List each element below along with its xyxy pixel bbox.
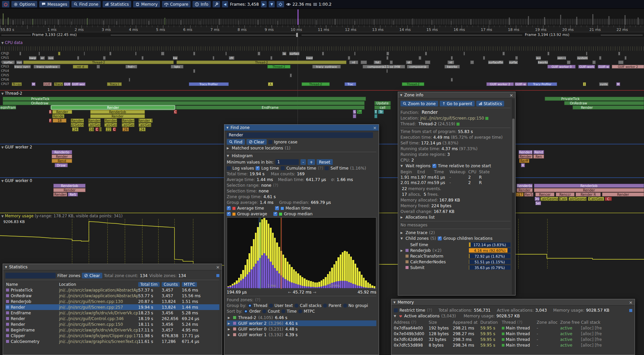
- timeline-zone[interactable]: C: [113, 127, 116, 131]
- cpu-segment[interactable]: [451, 56, 453, 60]
- scrollbar-thumb[interactable]: [629, 309, 632, 312]
- cpu-segment[interactable]: Trac: [344, 82, 356, 86]
- thread-color-swatch[interactable]: [457, 123, 460, 126]
- sort-by-option[interactable]: Count: [262, 309, 280, 314]
- cpu-segment[interactable]: rd: [349, 60, 358, 64]
- zone-info-titlebar[interactable]: ▼ Zone info ×: [398, 92, 515, 98]
- cpu-segment[interactable]: ia: [282, 52, 286, 55]
- child-zones-header[interactable]: ▼Child zones(5) Group children locations: [400, 236, 511, 241]
- find-zone-button[interactable]: Find zone: [71, 1, 101, 7]
- timeline-zone[interactable]: S: [353, 110, 356, 114]
- cpu-segment[interactable]: Tracy Profiler: [189, 82, 229, 86]
- timeline-zone[interactable]: Render: [51, 105, 175, 109]
- cpu-segment[interactable]: kworke: [444, 65, 460, 69]
- column-mtpc[interactable]: MTPC: [182, 282, 197, 287]
- memory-button[interactable]: Memory: [133, 1, 160, 7]
- timeline-zone[interactable]: Render: [53, 192, 67, 196]
- cpu-segment[interactable]: [515, 56, 518, 60]
- cpu-segment[interactable]: [625, 56, 627, 60]
- cpu-segment[interactable]: composer@: [407, 65, 429, 69]
- column-total-time[interactable]: Total tim: [138, 282, 160, 287]
- timeline-zone[interactable]: Rende: [52, 114, 64, 118]
- cpu-segment[interactable]: [547, 52, 549, 55]
- group-by-option[interactable]: Parent: [323, 303, 341, 308]
- cpu-segment[interactable]: tracy_syn~: [14, 65, 31, 69]
- child-zone-row[interactable]: Self time 172.14 μs (3.83%): [400, 242, 511, 248]
- table-row[interactable]: Render jni/../jni/src/guif/Control.cpp:3…: [5, 316, 219, 321]
- group-by-option[interactable]: Call stacks: [294, 303, 321, 308]
- cpu-segment[interactable]: [586, 52, 587, 55]
- cpu-segment[interactable]: [258, 52, 260, 55]
- timeline-zone[interactable]: Render: [88, 119, 100, 123]
- cpu-segment[interactable]: GUIF-wor~: [71, 82, 86, 86]
- clear-filter-button[interactable]: Clear: [82, 273, 102, 278]
- info-button[interactable]: Info: [193, 1, 211, 7]
- timeline-zone[interactable]: PrivateTick: [545, 97, 644, 101]
- cpu-segment[interactable]: [97, 65, 100, 69]
- cpu-segment[interactable]: [213, 56, 215, 60]
- scrollbar-thumb[interactable]: [512, 119, 515, 193]
- cpu-segment[interactable]: lgks: [171, 65, 183, 69]
- timeline-zone[interactable]: PrivateTick: [3, 97, 366, 101]
- cpu-segment[interactable]: [322, 52, 324, 55]
- group-by-option[interactable]: User text: [269, 303, 293, 308]
- allocation-row[interactable]: 0x7dfaa64e00 192 bytes 298.21 ms 59.95 s…: [394, 325, 632, 331]
- collapse-icon[interactable]: ▼: [393, 301, 395, 304]
- next-frame-button[interactable]: ▶: [261, 1, 267, 7]
- timeline-zone[interactable]: RenderJob: [90, 110, 145, 114]
- timeline-zone[interactable]: ReS: [68, 192, 78, 196]
- location-value[interactable]: jni/../jni/src/guif/Screen.cpp:150: [420, 116, 484, 121]
- cpu-segment[interactable]: [386, 69, 388, 73]
- show-median-checkbox[interactable]: [275, 206, 279, 210]
- cpu-segment[interactable]: kwot: [306, 56, 313, 60]
- timeline-zone[interactable]: RerS: [524, 192, 533, 196]
- cpu-segment[interactable]: [193, 69, 195, 73]
- cpu-segment[interactable]: [161, 52, 164, 55]
- timeline-zone[interactable]: CalcGeo: [88, 123, 100, 127]
- timeline-zone[interactable]: Dra: [535, 197, 540, 201]
- cpu-segment[interactable]: surfac: [2, 60, 15, 64]
- table-row[interactable]: Render jni/../jni/src/guif/Screen.cpp:25…: [5, 304, 219, 310]
- cpu-segment[interactable]: [58, 52, 61, 55]
- timeline-zone[interactable]: 16: [89, 127, 94, 131]
- cpu-segment[interactable]: [361, 60, 367, 64]
- zoom-to-zone-button[interactable]: Zoom to zone: [400, 101, 438, 106]
- group-children-checkbox[interactable]: [438, 236, 442, 240]
- timeline-zone[interactable]: R: [521, 163, 525, 167]
- timeline-zone[interactable]: Render: [104, 119, 117, 123]
- cpu-segment[interactable]: [470, 60, 474, 64]
- thread-value[interactable]: Thread-2: [419, 122, 437, 126]
- clear-button[interactable]: Clear: [247, 139, 267, 145]
- collapse-icon[interactable]: ▼: [400, 94, 402, 97]
- cpu-segment[interactable]: GUIF-work: [578, 65, 595, 69]
- allocation-row[interactable]: 0x7dfc53d898 8 bytes 298.34 ms 59.95 s M…: [394, 342, 632, 348]
- cpu-segment[interactable]: GUIF-w: [598, 65, 610, 69]
- frame-label-right[interactable]: Frame 3,194 (13.92 ms): [525, 33, 570, 37]
- frame-dropdown-button[interactable]: ▼: [269, 1, 275, 7]
- timeline-zone[interactable]: RenderJo: [517, 184, 533, 188]
- timeline-zone[interactable]: Renccr: [556, 192, 575, 196]
- timeline-zone[interactable]: Draw: [55, 163, 67, 167]
- timeline-zone[interactable]: Rerff: [519, 159, 530, 163]
- timeline-zone[interactable]: Tr: [378, 110, 384, 114]
- table-row[interactable]: EndFrame jni/../jni/src/claw/gfx/drv/vk/…: [5, 310, 219, 316]
- timeline-zone[interactable]: Render F: [139, 119, 153, 123]
- group-by-option[interactable]: Thread: [248, 303, 267, 308]
- timeline-zone[interactable]: CalcGeome: [71, 123, 84, 127]
- cpu-segment[interactable]: [6, 52, 8, 55]
- column-location[interactable]: Location: [59, 282, 138, 287]
- timeline-zone[interactable]: Render: [517, 188, 533, 192]
- cpu-segment[interactable]: GUIF worker 0: [547, 65, 576, 69]
- table-row[interactable]: PrivateTick jni/../jni/src/claw/applicat…: [5, 287, 219, 293]
- bin-decrease-button[interactable]: -: [301, 159, 306, 165]
- scrollbar[interactable]: [512, 99, 515, 295]
- cpu-segment[interactable]: [135, 52, 137, 55]
- cpu-segment[interactable]: Thread-2: [23, 60, 174, 64]
- cpu-segment[interactable]: tracy_systrace: [34, 65, 61, 69]
- timeline-zone[interactable]: Render: [519, 154, 533, 159]
- wait-regions-header[interactable]: ▼Wait regions Time relative to zone star…: [400, 164, 511, 168]
- cpu-segment[interactable]: [290, 74, 292, 77]
- cpu-segment[interactable]: [419, 56, 421, 60]
- thread2-header[interactable]: ▼ Thread-2: [1, 91, 22, 96]
- column-duration[interactable]: Duration: [480, 320, 502, 325]
